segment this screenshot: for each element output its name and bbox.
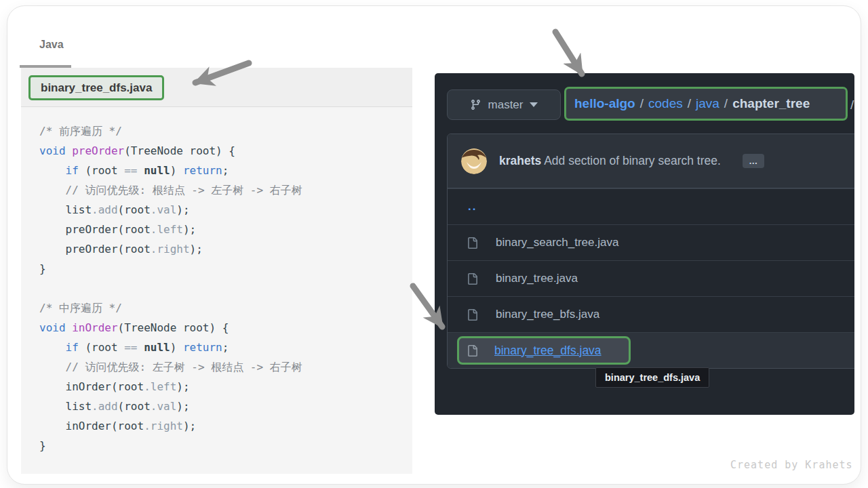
file-link[interactable]: binary_tree.java [496, 272, 578, 285]
breadcrumb-dir-codes[interactable]: codes [648, 96, 683, 111]
breadcrumb-separator: / [719, 96, 732, 111]
git-branch-icon [470, 99, 481, 110]
file-row-parent: .. [448, 188, 854, 224]
commit-message: krahets Add section of binary search tre… [499, 154, 721, 168]
file-row: binary_search_tree.java [448, 224, 854, 260]
commit-author-avatar[interactable] [461, 148, 487, 174]
file-link[interactable]: binary_search_tree.java [496, 236, 618, 249]
file-row: binary_tree.java [448, 260, 854, 296]
file-link-hovered[interactable]: binary_tree_dfs.java [494, 344, 601, 358]
file-icon [467, 309, 478, 321]
file-browser: krahets Add section of binary search tre… [447, 134, 854, 369]
breadcrumb-repo[interactable]: hello-algo [574, 96, 635, 111]
branch-name: master [488, 98, 524, 112]
filename-tooltip: binary_tree_dfs.java [595, 367, 709, 388]
commit-message-text[interactable]: Add section of binary search tree. [541, 154, 721, 167]
breadcrumb-current-dir: chapter_tree [732, 96, 810, 111]
file-title-highlight-box: binary_tree_dfs.java [28, 75, 164, 100]
parent-directory-link[interactable]: .. [468, 200, 477, 214]
breadcrumb-separator: / [683, 96, 696, 111]
file-icon [467, 237, 478, 249]
screenshot-card: Java binary_tree_dfs.java /* 前序遍历 */void… [7, 5, 861, 485]
latest-commit-bar: krahets Add section of binary search tre… [448, 134, 854, 188]
file-title: binary_tree_dfs.java [41, 81, 152, 95]
github-panel: master hello-algo / codes / java / chapt… [435, 73, 854, 415]
chevron-down-icon [530, 102, 538, 107]
code-block: /* 前序遍历 */void preOrder(TreeNode root) {… [21, 107, 315, 473]
code-panel: binary_tree_dfs.java /* 前序遍历 */void preO… [21, 68, 412, 474]
watermark: Created by Krahets [730, 459, 853, 471]
branch-selector-button[interactable]: master [447, 89, 561, 120]
file-row-highlighted: binary_tree_dfs.java [448, 332, 854, 368]
file-icon [467, 273, 478, 285]
file-highlight-box: binary_tree_dfs.java [457, 336, 631, 365]
commit-author-name[interactable]: krahets [499, 154, 541, 167]
breadcrumb-trailing-slash: / [850, 98, 854, 113]
commit-ellipsis-button[interactable]: … [743, 154, 764, 168]
tab-java[interactable]: Java [39, 39, 64, 51]
breadcrumb-dir-java[interactable]: java [696, 96, 719, 111]
code-header: binary_tree_dfs.java [21, 68, 412, 107]
file-link[interactable]: binary_tree_bfs.java [496, 308, 599, 321]
breadcrumb-highlight-box: hello-algo / codes / java / chapter_tree [564, 87, 848, 121]
file-row: binary_tree_bfs.java [448, 296, 854, 332]
file-icon [467, 345, 478, 357]
arrow-to-breadcrumb [555, 32, 582, 74]
breadcrumb-separator: / [635, 96, 648, 111]
